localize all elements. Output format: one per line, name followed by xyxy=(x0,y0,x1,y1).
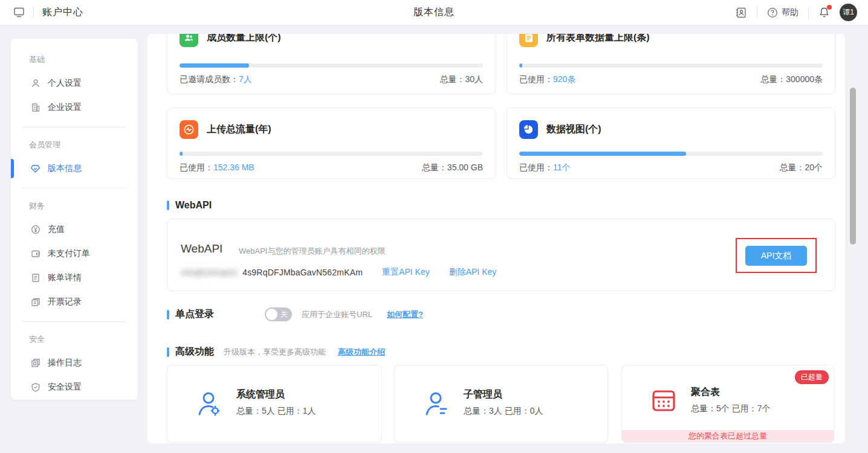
used-value[interactable]: 920条 xyxy=(553,74,575,84)
sidebar-item-label: 操作日志 xyxy=(48,358,82,368)
sidebar-item-label: 个人设置 xyxy=(48,78,82,89)
webapi-card-title: WebAPI xyxy=(181,242,222,255)
progress-fill xyxy=(180,152,183,156)
sidebar-section-security: 安全 xyxy=(11,330,138,351)
toggle-state-label: 关 xyxy=(280,309,288,320)
sidebar-item-label: 版本信息 xyxy=(48,163,82,174)
advanced-intro-link[interactable]: 高级功能介绍 xyxy=(338,347,385,358)
progress-track xyxy=(519,63,823,68)
sidebar-divider xyxy=(22,127,127,127)
used-label: 已使用： xyxy=(519,162,553,172)
log-copy-icon xyxy=(30,358,40,368)
upload-traffic-icon xyxy=(180,120,198,139)
building-icon xyxy=(30,103,40,113)
progress-track xyxy=(180,63,483,68)
diamond-icon xyxy=(30,164,40,174)
shield-check-icon xyxy=(30,382,40,393)
sidebar-item-enterprise-settings[interactable]: 企业设置 xyxy=(11,95,138,120)
wallet-icon xyxy=(30,249,40,259)
main-content: 成员数量上限(个) 已邀请成员数：7人 总量：30人 所有表单数据量上限(条) … xyxy=(147,34,845,443)
feature-card-sub-admin: 子管理员 总量：3人 已用：0人 xyxy=(394,365,608,443)
quota-card-title: 成员数量上限(个) xyxy=(207,34,281,44)
total-text: 总量：300000条 xyxy=(760,74,823,85)
webapi-section-header: WebAPI xyxy=(167,200,212,211)
progress-track xyxy=(519,152,823,156)
over-quota-badge: 已超量 xyxy=(795,370,829,384)
sidebar-item-label: 充值 xyxy=(48,224,65,235)
scrollbar-thumb[interactable] xyxy=(850,88,856,245)
sidebar: 基础 个人设置 企业设置 会员管理 版本信息 财务 充值 未支付订单 xyxy=(11,39,138,400)
notification-dot xyxy=(827,5,832,10)
used-text: 已使用：920条 xyxy=(519,74,575,85)
section-title: 高级功能 xyxy=(175,345,214,358)
header-divider xyxy=(808,7,809,18)
toggle-knob xyxy=(266,309,277,320)
contact-book-icon[interactable] xyxy=(735,7,747,19)
invoice-icon xyxy=(30,297,40,307)
api-doc-button[interactable]: API文档 xyxy=(745,246,807,266)
delete-api-key-link[interactable]: 删除API Key xyxy=(449,267,497,278)
reset-api-key-link[interactable]: 重置API Key xyxy=(382,267,430,278)
data-view-icon xyxy=(519,120,538,139)
feature-title: 系统管理员 xyxy=(236,388,316,401)
form-data-icon xyxy=(519,34,538,47)
used-value[interactable]: 7人 xyxy=(239,74,252,84)
sidebar-section-finance: 财务 xyxy=(11,197,138,217)
webapi-card: WebAPI WebAPI与您的管理员账户具有相同的权限 mKq8LbXwp2c… xyxy=(167,219,835,291)
system-admin-icon xyxy=(195,389,223,417)
feature-stats: 总量：5个 已用：7个 xyxy=(691,403,770,414)
webapi-card-desc: WebAPI与您的管理员账户具有相同的权限 xyxy=(239,246,385,257)
sidebar-item-version-info[interactable]: 版本信息 xyxy=(11,156,138,181)
sidebar-item-label: 开票记录 xyxy=(48,297,82,307)
used-text: 已邀请成员数：7人 xyxy=(180,74,252,85)
used-label: 已使用： xyxy=(519,74,553,84)
section-accent-bar xyxy=(167,201,169,210)
feature-title: 聚合表 xyxy=(691,386,770,399)
sidebar-item-unpaid-orders[interactable]: 未支付订单 xyxy=(11,242,138,266)
api-key-masked: mKq8LbXwp2c xyxy=(181,268,238,277)
feature-stats: 总量：3人 已用：0人 xyxy=(464,406,543,417)
api-key-value: 4s9RqDFJMbaGavN562mKAm xyxy=(242,268,363,277)
feature-title: 子管理员 xyxy=(464,388,543,401)
header-divider xyxy=(757,7,757,18)
workspace-icon[interactable] xyxy=(13,7,25,18)
sidebar-item-bill-details[interactable]: 账单详情 xyxy=(11,266,138,290)
quota-card-form-data: 所有表单数据量上限(条) 已使用：920条 总量：300000条 xyxy=(507,34,835,94)
sso-desc: 应用于企业账号URL xyxy=(302,309,372,320)
sidebar-item-label: 安全设置 xyxy=(48,382,82,393)
sidebar-item-invoice-records[interactable]: 开票记录 xyxy=(11,290,138,314)
user-icon xyxy=(30,79,40,89)
quota-card-data-views: 数据视图(个) 已使用：11个 总量：20个 xyxy=(507,108,835,179)
progress-fill xyxy=(519,152,686,156)
question-icon xyxy=(767,7,778,18)
sidebar-section-basic: 基础 xyxy=(11,51,138,71)
used-label: 已使用： xyxy=(180,162,213,172)
sidebar-item-operation-logs[interactable]: 操作日志 xyxy=(11,351,138,375)
coin-yuan-icon xyxy=(30,225,40,235)
help-label: 帮助 xyxy=(782,7,798,18)
sso-toggle[interactable]: 关 xyxy=(265,307,292,321)
feature-card-system-admin: 系统管理员 总量：5人 已用：1人 xyxy=(167,365,382,443)
app-title: 账户中心 xyxy=(42,6,83,19)
advanced-desc: 升级版本，享受更多高级功能 xyxy=(224,347,326,358)
sidebar-item-personal-settings[interactable]: 个人设置 xyxy=(11,71,138,95)
avatar[interactable]: 谭1 xyxy=(840,4,857,21)
bill-document-icon xyxy=(30,273,40,283)
header-divider xyxy=(33,7,34,18)
sidebar-item-recharge[interactable]: 充值 xyxy=(11,217,138,242)
sidebar-item-label: 未支付订单 xyxy=(48,248,90,259)
sidebar-item-security-settings[interactable]: 安全设置 xyxy=(11,375,138,399)
notification-bell-icon[interactable] xyxy=(818,7,830,18)
used-value: 152.36 MB xyxy=(213,162,254,172)
used-text: 已使用：152.36 MB xyxy=(180,162,254,173)
sidebar-item-label: 账单详情 xyxy=(48,272,82,283)
feature-card-aggregate-table: 已超量 聚合表 总量：5个 已用：7个 您的聚合表已超过总量 xyxy=(621,365,834,443)
section-accent-bar xyxy=(167,310,169,320)
total-text: 总量：20个 xyxy=(779,162,823,173)
quota-card-upload-traffic: 上传总流量(年) 已使用：152.36 MB 总量：35.00 GB xyxy=(167,108,496,179)
help-button[interactable]: 帮助 xyxy=(767,7,798,18)
sso-config-link[interactable]: 如何配置? xyxy=(387,309,423,320)
top-header: 版本信息 账户中心 帮助 谭1 xyxy=(0,0,868,25)
used-value[interactable]: 11个 xyxy=(553,162,571,172)
over-quota-warning: 您的聚合表已超过总量 xyxy=(622,430,834,442)
